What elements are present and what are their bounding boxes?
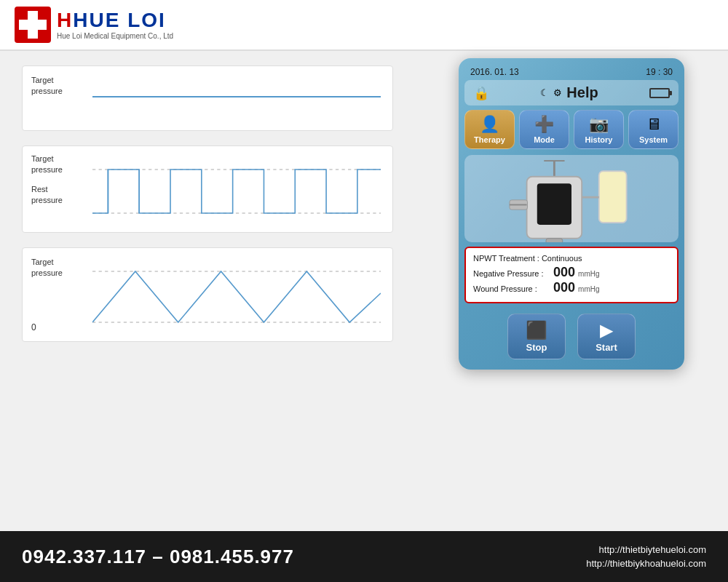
screen-time: 19 : 30 [646, 67, 673, 77]
chart2-target-label: Target pressure [31, 154, 63, 176]
stop-icon: ⬛ [508, 320, 565, 340]
screen-controls[interactable]: ⬛ Stop ▶ Start [464, 309, 678, 364]
info-panel: NPWT Treatment : Continuous Negative Pre… [464, 247, 678, 303]
nav-btn-therapy[interactable]: 👤 Therapy [464, 110, 515, 149]
header: HHUE LOI Hue Loi Medical Equipment Co., … [0, 0, 728, 51]
start-icon: ▶ [578, 320, 635, 340]
wound-pressure-row: Wound Pressure : 000 mmHg [473, 281, 670, 294]
negative-label: Negative Pressure : [473, 269, 553, 278]
chart-1: Target pressure [22, 65, 393, 131]
nav-label-therapy: Therapy [468, 135, 511, 144]
chart3-label: Target pressure [31, 257, 63, 279]
nav-btn-system[interactable]: 🖥 System [628, 110, 678, 149]
footer-phone: 0942.337.117 – 0981.455.977 [22, 546, 294, 568]
screen-nav[interactable]: 👤 Therapy ➕ Mode 📷 History 🖥 System [464, 110, 678, 149]
nav-btn-history[interactable]: 📷 History [574, 110, 624, 149]
screen-topbar: 🔒 ☾ ⚙ Help [464, 80, 678, 105]
logo-text: HHUE LOI Hue Loi Medical Equipment Co., … [57, 10, 173, 40]
nav-btn-mode[interactable]: ➕ Mode [519, 110, 569, 149]
lock-icon: 🔒 [473, 85, 489, 101]
stop-label: Stop [508, 342, 565, 353]
logo-cross-icon [15, 7, 51, 43]
negative-value: 000 [553, 266, 575, 279]
left-panel: Target pressure Target pressure Rest pre… [0, 51, 415, 531]
start-button[interactable]: ▶ Start [577, 314, 636, 359]
mode-icon: ➕ [523, 115, 566, 134]
main-content: Target pressure Target pressure Rest pre… [0, 51, 728, 531]
device-svg [472, 155, 671, 242]
chart-3: Target pressure 0 [22, 247, 393, 342]
screen-help-title: Help [566, 84, 598, 101]
chart2-rest-label: Rest pressure [31, 184, 63, 207]
wound-value: 000 [553, 281, 575, 294]
footer-link-2: http://thietbiykhoahueloi.com [586, 558, 706, 569]
negative-unit: mmHg [578, 270, 599, 278]
svg-rect-4 [19, 20, 47, 30]
battery-icon [649, 88, 670, 98]
stop-button[interactable]: ⬛ Stop [507, 314, 566, 359]
device-screen: 2016. 01. 13 19 : 30 🔒 ☾ ⚙ Help 👤 Therap… [459, 58, 684, 370]
nav-label-system: System [632, 135, 675, 144]
moon-icon: ☾ [540, 87, 549, 98]
screen-statusbar: 2016. 01. 13 19 : 30 [464, 64, 678, 79]
start-label: Start [578, 342, 635, 353]
therapy-icon: 👤 [468, 115, 511, 134]
chart1-waveform [92, 75, 381, 126]
history-icon: 📷 [577, 115, 620, 134]
wound-label: Wound Pressure : [473, 284, 553, 293]
logo: HHUE LOI Hue Loi Medical Equipment Co., … [15, 7, 173, 43]
logo-subtitle: Hue Loi Medical Equipment Co., Ltd [57, 32, 173, 40]
right-panel: 2016. 01. 13 19 : 30 🔒 ☾ ⚙ Help 👤 Therap… [415, 51, 728, 531]
chart3-waveform [92, 257, 381, 343]
negative-pressure-row: Negative Pressure : 000 mmHg [473, 266, 670, 279]
svg-rect-18 [599, 171, 627, 223]
chart1-label: Target pressure [31, 75, 63, 97]
nav-label-mode: Mode [523, 135, 566, 144]
chart2-waveform [92, 155, 381, 234]
svg-rect-15 [537, 183, 571, 225]
footer: 0942.337.117 – 0981.455.977 http://thiet… [0, 531, 728, 582]
device-illustration [464, 155, 678, 242]
footer-link-1: http://thietbiytehueloi.com [599, 544, 706, 555]
logo-brand: HHUE LOI [57, 10, 173, 31]
treatment-text: NPWT Treatment : Continuous [473, 254, 670, 263]
screen-date: 2016. 01. 13 [470, 67, 519, 77]
chart-2: Target pressure Rest pressure [22, 146, 393, 233]
svg-rect-20 [546, 239, 563, 242]
topbar-center: ☾ ⚙ Help [540, 84, 598, 101]
chart3-zero-label: 0 [31, 322, 36, 332]
system-icon: 🖥 [632, 115, 675, 134]
footer-links: http://thietbiytehueloi.com http://thiet… [586, 544, 706, 569]
gear-icon: ⚙ [553, 87, 562, 98]
wound-unit: mmHg [578, 285, 599, 293]
nav-label-history: History [577, 135, 620, 144]
